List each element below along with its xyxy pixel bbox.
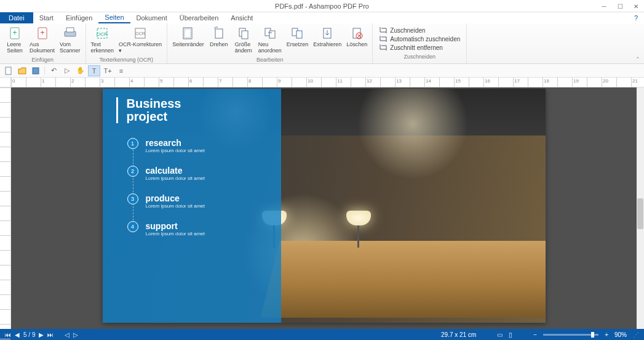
page-indicator: 5 / 9 — [23, 331, 35, 338]
rotate-icon — [212, 26, 226, 41]
tab-review[interactable]: Überarbeiten — [173, 12, 225, 23]
zoom-slider[interactable] — [543, 334, 598, 336]
svg-rect-23 — [33, 68, 39, 74]
zoom-out[interactable]: − — [533, 331, 537, 338]
step-item: 1 research Lorem ipsum dolor sit amet — [127, 138, 281, 153]
tab-insert[interactable]: Einfügen — [60, 12, 98, 23]
tab-start[interactable]: Start — [33, 12, 60, 23]
workspace: Business project 1 research Lorem ipsum … — [0, 87, 644, 329]
qt-undo[interactable]: ↶ — [47, 65, 60, 76]
ribbon: + Leere Seiten + Aus Dokument Vom Scanne… — [0, 23, 644, 64]
nav-back[interactable]: ◁ — [65, 331, 70, 338]
step-title: calculate — [146, 166, 205, 176]
step-title: support — [146, 221, 205, 231]
step-subtitle: Lorem ipsum dolor sit amet — [146, 231, 205, 237]
svg-rect-16 — [269, 31, 275, 38]
rotate-button[interactable]: Drehen — [207, 25, 231, 49]
group-label: Einfügen — [2, 56, 83, 63]
nav-forward[interactable]: ▷ — [73, 331, 78, 338]
qt-save[interactable] — [30, 65, 42, 76]
margins-icon — [181, 26, 196, 41]
tab-pages[interactable]: Seiten — [98, 12, 130, 23]
view-single-icon[interactable]: ▭ — [497, 331, 503, 338]
nav-next[interactable]: ▶ — [39, 331, 44, 338]
group-label: Zuschneiden — [375, 53, 464, 60]
menu-tabs: Datei Start Einfügen Seiten Dokument Übe… — [0, 12, 644, 23]
resize-icon — [236, 26, 251, 41]
nav-first[interactable]: ⏮ — [5, 331, 11, 338]
canvas[interactable]: Business project 1 research Lorem ipsum … — [11, 87, 637, 329]
from-scanner-button[interactable]: Vom Scanner — [57, 25, 83, 55]
svg-text:OCR: OCR — [135, 31, 145, 36]
page-margins-button[interactable]: Seitenränder — [170, 25, 207, 49]
svg-rect-12 — [215, 29, 223, 38]
qt-open[interactable] — [16, 65, 28, 76]
crop-button[interactable]: Zuschneiden — [379, 26, 460, 34]
zoom-in[interactable]: + — [605, 331, 608, 338]
replace-icon — [290, 26, 304, 41]
step-number: 1 — [127, 138, 138, 149]
reorder-icon — [263, 26, 277, 41]
tab-view[interactable]: Ansicht — [225, 12, 259, 23]
vertical-scrollbar[interactable] — [637, 87, 644, 329]
window-close[interactable]: ✕ — [628, 0, 644, 12]
scanner-icon — [63, 26, 78, 41]
empty-pages-button[interactable]: + Leere Seiten — [2, 25, 27, 55]
ocr-edit-icon: OCR — [133, 26, 148, 41]
group-label: Texterkennung (OCR) — [89, 56, 165, 63]
view-continuous-icon[interactable]: ▯ — [509, 331, 512, 338]
qt-hand[interactable]: ✋ — [74, 65, 87, 76]
ocr-corrections-button[interactable]: OCR OCR-Korrekturen ▾ — [116, 25, 164, 55]
qt-pointer[interactable]: ▷ — [61, 65, 73, 76]
tab-file[interactable]: Datei — [0, 12, 33, 23]
svg-text:+: + — [12, 28, 17, 37]
window-minimize[interactable]: ─ — [596, 0, 612, 12]
zoom-value: 90% — [614, 331, 627, 338]
ribbon-collapse[interactable]: ⌃ — [635, 56, 640, 62]
page-plus-icon: + — [7, 26, 22, 41]
auto-crop-button[interactable]: Automatisch zuschneiden — [379, 34, 460, 43]
nav-prev[interactable]: ◀ — [15, 331, 20, 338]
ocr-icon: OCR — [95, 26, 109, 41]
ribbon-group-edit: Seitenränder Drehen Größe ändern Neu ano… — [167, 23, 373, 63]
from-document-button[interactable]: + Aus Dokument — [27, 25, 57, 55]
svg-rect-5 — [66, 28, 74, 32]
text-recognize-button[interactable]: OCR Text erkennen — [89, 25, 117, 55]
document-page: Business project 1 research Lorem ipsum … — [103, 89, 546, 323]
page-dimensions: 29.7 x 21 cm — [441, 331, 476, 338]
qt-form[interactable]: ≡ — [115, 65, 127, 76]
ruler-vertical — [0, 87, 11, 329]
auto-crop-icon — [379, 35, 388, 42]
qt-text-add[interactable]: T+ — [101, 65, 114, 76]
nav-last[interactable]: ⏭ — [47, 331, 54, 338]
step-item: 4 support Lorem ipsum dolor sit amet — [127, 221, 281, 237]
window-maximize[interactable]: ☐ — [612, 0, 628, 12]
crop-icon — [379, 26, 388, 34]
app-title: PDFs.pdf - Ashampoo PDF Pro — [275, 2, 369, 10]
step-title: research — [146, 138, 205, 148]
step-number: 2 — [127, 166, 138, 177]
svg-rect-14 — [242, 31, 248, 39]
delete-button[interactable]: Löschen — [344, 25, 370, 49]
titlebar: PDFs.pdf - Ashampoo PDF Pro ─ ☐ ✕ — [0, 0, 644, 12]
ruler-horizontal — [0, 78, 644, 87]
extract-icon — [320, 26, 335, 41]
remove-crop-button[interactable]: Zuschnitt entfernen — [379, 43, 460, 52]
reorder-button[interactable]: Neu anordnen — [256, 25, 284, 55]
content-overlay: Business project 1 research Lorem ipsum … — [103, 89, 281, 323]
qt-text-select[interactable]: T — [88, 65, 100, 76]
step-subtitle: Lorem ipsum dolor sit amet — [146, 203, 205, 209]
step-subtitle: Lorem ipsum dolor sit amet — [146, 148, 205, 153]
statusbar: ⏮ ◀ 5 / 9 ▶ ⏭ ◁ ▷ 29.7 x 21 cm ▭ ▯ − + 9… — [0, 329, 644, 340]
replace-button[interactable]: Ersetzen — [284, 25, 311, 49]
step-item: 3 produce Lorem ipsum dolor sit amet — [127, 193, 281, 209]
tab-document[interactable]: Dokument — [130, 12, 173, 23]
help-button[interactable]: ? — [628, 12, 644, 23]
resize-corner-icon[interactable]: ⋰ — [633, 331, 639, 338]
resize-button[interactable]: Größe ändern — [231, 25, 256, 55]
ribbon-group-crop: Zuschneiden Automatisch zuschneiden Zusc… — [373, 23, 467, 63]
scrollbar-thumb[interactable] — [637, 198, 643, 229]
extract-button[interactable]: Extrahieren — [311, 25, 344, 49]
qt-new[interactable] — [2, 65, 15, 76]
page-nav: ⏮ ◀ 5 / 9 ▶ ⏭ ◁ ▷ — [5, 331, 78, 338]
